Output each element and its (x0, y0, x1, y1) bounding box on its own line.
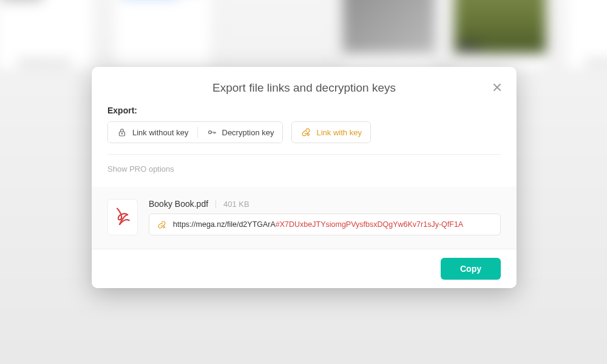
url-base: https://mega.nz/file/d2YTGArA (173, 220, 276, 229)
file-size: 401 KB (223, 200, 249, 209)
pdf-icon (114, 206, 132, 228)
option-label: Decryption key (222, 128, 274, 137)
export-options-row: Link without key Decryption key (107, 121, 501, 143)
export-url-field[interactable]: https://mega.nz/file/d2YTGArA#X7DUxbeJTY… (149, 214, 501, 235)
key-icon (206, 127, 217, 138)
copy-button[interactable]: Copy (441, 258, 501, 280)
svg-point-5 (308, 133, 310, 135)
svg-point-6 (163, 226, 164, 228)
export-segmented-group: Link without key Decryption key (107, 121, 283, 143)
close-icon (492, 83, 502, 92)
option-label: Link with key (316, 128, 361, 137)
divider (107, 154, 501, 155)
show-pro-options-link[interactable]: Show PRO options (107, 164, 174, 187)
file-block: Booky Book.pdf 401 KB https://mega.nz/fi… (92, 187, 517, 249)
lock-icon (117, 127, 127, 138)
export-label: Export: (107, 106, 501, 115)
meta-separator (215, 200, 216, 208)
file-meta: Booky Book.pdf 401 KB (149, 199, 501, 209)
option-link-with-key[interactable]: Link with key (291, 121, 370, 143)
option-link-without-key[interactable]: Link without key (108, 122, 197, 143)
modal-header: Export file links and decryption keys (92, 67, 517, 106)
close-button[interactable] (487, 78, 507, 97)
svg-point-3 (121, 133, 123, 135)
url-key: #X7DUxbeJTYsiomgPVysfbsxDQgYw6Kv7r1sJy-Q… (276, 220, 463, 229)
file-name: Booky Book.pdf (149, 199, 208, 209)
link-key-icon (157, 220, 167, 230)
url-text: https://mega.nz/file/d2YTGArA#X7DUxbeJTY… (173, 220, 463, 229)
option-label: Link without key (132, 128, 189, 137)
modal-title: Export file links and decryption keys (104, 81, 504, 95)
modal-footer: Copy (92, 249, 517, 288)
file-thumbnail (107, 199, 138, 235)
option-decryption-key[interactable]: Decryption key (198, 122, 283, 143)
export-links-modal: Export file links and decryption keys Ex… (92, 67, 517, 288)
link-key-icon (300, 127, 311, 138)
